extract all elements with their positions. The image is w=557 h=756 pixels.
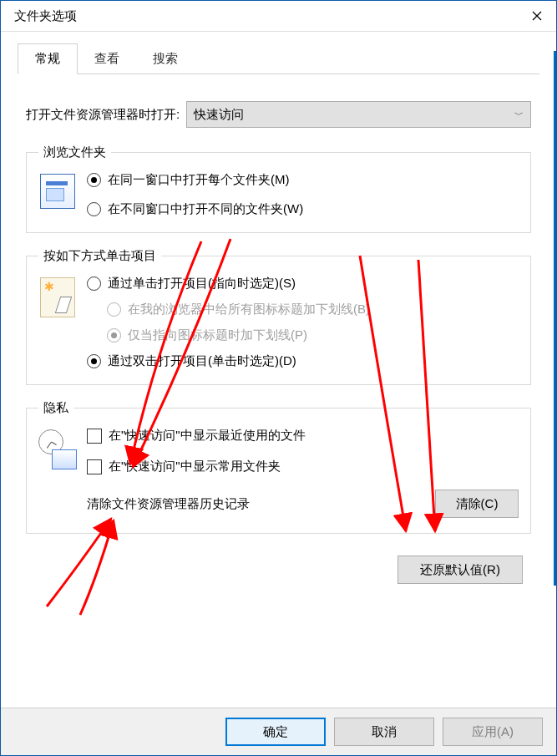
radio-icon: [107, 302, 121, 317]
open-explorer-label: 打开文件资源管理器时打开:: [26, 107, 180, 123]
tab-general[interactable]: 常规: [18, 43, 78, 74]
checkbox-frequent-folders-label: 在"快速访问"中显示常用文件夹: [109, 459, 281, 474]
checkbox-icon: [87, 459, 102, 474]
close-icon: [532, 11, 542, 21]
group-click-items: 按如下方式单击项目 通过单击打开项目(指向时选定)(S) 在我的浏览器中给所有图…: [26, 248, 531, 385]
radio-icon: [87, 202, 101, 216]
apply-button[interactable]: 应用(A): [443, 718, 543, 746]
group-browse-legend: 浏览文件夹: [38, 145, 111, 160]
clear-history-label: 清除文件资源管理器历史记录: [87, 496, 427, 512]
privacy-icon: [38, 429, 77, 469]
group-click-legend: 按如下方式单击项目: [38, 248, 161, 264]
tab-bar: 常规 查看 搜索: [18, 43, 539, 74]
radio-same-window[interactable]: 在同一窗口中打开每个文件夹(M): [87, 172, 519, 188]
radio-double-click[interactable]: 通过双击打开项目(单击时选定)(D): [87, 353, 519, 369]
tab-search[interactable]: 搜索: [136, 44, 195, 74]
close-button[interactable]: [518, 1, 556, 31]
checkbox-recent-files-label: 在"快速访问"中显示最近使用的文件: [109, 428, 306, 444]
window-edge-accent: [554, 51, 556, 586]
cancel-button[interactable]: 取消: [334, 718, 434, 746]
group-browse-folders: 浏览文件夹 在同一窗口中打开每个文件夹(M) 在不同窗口中打开不同的文件夹(W): [26, 145, 531, 233]
radio-icon: [87, 354, 101, 368]
radio-single-click[interactable]: 通过单击打开项目(指向时选定)(S): [87, 276, 519, 292]
radio-single-click-label: 通过单击打开项目(指向时选定)(S): [108, 276, 296, 292]
restore-defaults-button[interactable]: 还原默认值(R): [397, 556, 523, 584]
radio-own-window-label: 在不同窗口中打开不同的文件夹(W): [108, 201, 303, 217]
radio-underline-point: 仅当指向图标标题时加下划线(P): [87, 327, 519, 343]
chevron-down-icon: ﹀: [514, 109, 524, 121]
radio-same-window-label: 在同一窗口中打开每个文件夹(M): [108, 172, 290, 188]
group-privacy-legend: 隐私: [38, 400, 73, 416]
tab-view[interactable]: 查看: [78, 44, 136, 74]
radio-underline-point-label: 仅当指向图标标题时加下划线(P): [128, 327, 307, 343]
radio-double-click-label: 通过双击打开项目(单击时选定)(D): [108, 353, 296, 369]
folder-window-icon: [40, 174, 75, 209]
group-privacy: 隐私 在"快速访问"中显示最近使用的文件: [26, 400, 531, 534]
titlebar: 文件夹选项: [1, 1, 556, 32]
open-explorer-combo[interactable]: 快速访问 ﹀: [186, 101, 531, 128]
radio-underline-all-label: 在我的浏览器中给所有图标标题加下划线(B): [128, 302, 370, 317]
checkbox-recent-files[interactable]: 在"快速访问"中显示最近使用的文件: [87, 428, 519, 444]
click-cursor-icon: [40, 277, 75, 317]
clear-button[interactable]: 清除(C): [435, 490, 519, 518]
open-explorer-selected: 快速访问: [194, 107, 244, 123]
window-title: 文件夹选项: [14, 8, 518, 24]
ok-button[interactable]: 确定: [225, 718, 326, 746]
radio-own-window[interactable]: 在不同窗口中打开不同的文件夹(W): [87, 201, 519, 217]
checkbox-frequent-folders[interactable]: 在"快速访问"中显示常用文件夹: [87, 459, 519, 474]
radio-icon: [87, 173, 101, 187]
radio-icon: [107, 328, 121, 342]
dialog-footer: 确定 取消 应用(A): [1, 708, 556, 755]
radio-underline-all: 在我的浏览器中给所有图标标题加下划线(B): [87, 302, 519, 317]
radio-icon: [87, 277, 101, 291]
picture-icon: [52, 449, 77, 469]
checkbox-icon: [87, 429, 102, 444]
